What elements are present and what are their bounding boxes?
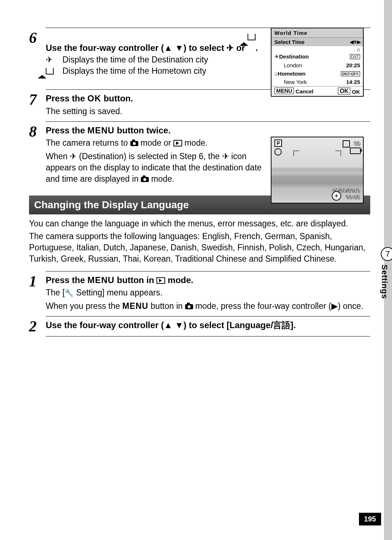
plane-description: Displays the time of the Destination cit… xyxy=(62,55,208,66)
step-8-text-2: When (Destination) is selected in Step 6… xyxy=(46,151,265,185)
hometown-time: 14:25 xyxy=(346,79,360,85)
home-small-icon: ⌂ xyxy=(357,46,360,52)
lang-step-2: 2 Use the four-way controller ( ) to sel… xyxy=(29,318,370,334)
ok-label: OK xyxy=(352,89,360,95)
camera-icon xyxy=(130,141,138,146)
page-number: 195 xyxy=(359,513,381,525)
down-arrow-icon xyxy=(175,320,184,330)
shots-remaining: 38 xyxy=(354,140,360,146)
world-time-home-icon-row: ⌂ xyxy=(271,46,363,52)
lang-step-1-text-2: When you press the MENU button in mode, … xyxy=(46,301,370,312)
memory-card-icon xyxy=(343,140,350,148)
home-icon xyxy=(46,66,54,86)
plane-icon xyxy=(226,43,234,53)
dst-off-badge: DST OFF xyxy=(341,71,360,76)
world-time-select-row: Select Time ◀ ✈ ▶ xyxy=(271,38,363,46)
lang-step-2-heading: Use the four-way controller ( ) to selec… xyxy=(46,319,370,331)
lang-step-1: 1 Press the MENU button in mode. The [ S… xyxy=(29,273,370,314)
world-time-hometown-city-row: New York 14:25 xyxy=(271,78,363,86)
step-6-icon-list: Displays the time of the Destination cit… xyxy=(46,55,208,87)
step-7-text: The setting is saved. xyxy=(46,106,370,117)
world-time-destination-city-row: London 20:25 xyxy=(271,61,363,69)
menu-badge: MENU xyxy=(274,88,294,94)
world-time-destination-row: Destination DST xyxy=(271,52,363,61)
plane-icon xyxy=(46,55,53,64)
playback-icon xyxy=(173,140,182,146)
plane-icon xyxy=(274,53,279,60)
lang-step-1-text-1: The [ Setting] menu appears. xyxy=(46,287,370,298)
up-arrow-icon xyxy=(164,320,172,330)
chapter-side-tab: 7 Settings xyxy=(380,247,392,299)
ok-badge: OK xyxy=(338,88,350,94)
focus-bracket-tr-icon xyxy=(335,150,341,156)
down-arrow-icon xyxy=(175,43,184,53)
destination-label: Destination xyxy=(279,53,309,60)
step-8-text-1: The camera returns to mode or mode. xyxy=(46,137,265,149)
focus-bracket-tl-icon xyxy=(293,150,299,156)
lang-step-1-heading: Press the MENU button in mode. xyxy=(46,274,370,286)
language-intro-text: You can change the language in which the… xyxy=(29,218,370,229)
step-6-heading: Use the four-way controller ( ) to selec… xyxy=(46,31,265,53)
face-detect-icon xyxy=(274,148,282,156)
language-list-text: The camera supports the following langua… xyxy=(29,231,370,265)
left-right-arrows-icon: ◀ ✈ ▶ xyxy=(350,39,360,45)
world-time-hometown-row: ⌂Hometown DST OFF xyxy=(271,69,363,78)
chapter-number: 7 xyxy=(381,247,392,261)
step-number: 6 xyxy=(29,29,46,45)
home-icon xyxy=(248,31,256,53)
battery-icon xyxy=(350,148,361,154)
dst-on-badge: DST xyxy=(350,54,360,59)
chapter-label: Settings xyxy=(380,265,389,299)
step-number: 2 xyxy=(29,318,46,334)
destination-time: 20:25 xyxy=(346,62,360,68)
menu-button-label: MENU xyxy=(122,301,148,311)
wrench-icon xyxy=(65,288,74,297)
cancel-label: Cancel xyxy=(295,88,313,94)
step-number: 1 xyxy=(29,273,46,289)
world-time-title: World Time xyxy=(271,28,363,38)
hometown-city: New York xyxy=(274,79,307,85)
playback-icon xyxy=(156,277,165,284)
menu-button-label: MENU xyxy=(87,275,115,285)
camera-icon xyxy=(141,177,149,182)
world-time-screen: World Time Select Time ◀ ✈ ▶ ⌂ Destinati… xyxy=(271,28,364,97)
up-arrow-icon xyxy=(164,43,172,53)
camera-icon xyxy=(185,304,193,309)
ok-button-label: OK xyxy=(87,93,101,103)
program-mode-badge: P xyxy=(274,140,282,147)
step-8-heading: Press the MENU button twice. xyxy=(46,125,265,136)
camera-preview-screen: P 38 09/09/2010 ✈ 00:25 xyxy=(271,137,364,203)
hometown-label: Hometown xyxy=(278,70,306,77)
home-description: Displays the time of the Hometown city xyxy=(62,66,208,87)
plane-icon xyxy=(222,152,229,161)
step-number: 7 xyxy=(29,91,46,107)
menu-button-label: MENU xyxy=(87,125,115,135)
step-number: 8 xyxy=(29,123,46,139)
select-time-label: Select Time xyxy=(274,39,305,45)
preview-time: 00:25 xyxy=(346,194,360,200)
destination-active-icon: ✈ xyxy=(332,191,341,201)
home-icon: ⌂ xyxy=(274,70,278,77)
plane-icon xyxy=(70,152,77,161)
world-time-footer: MENU Cancel OK OK xyxy=(271,86,363,96)
right-arrow-icon xyxy=(331,301,338,311)
destination-city: London xyxy=(274,62,302,68)
